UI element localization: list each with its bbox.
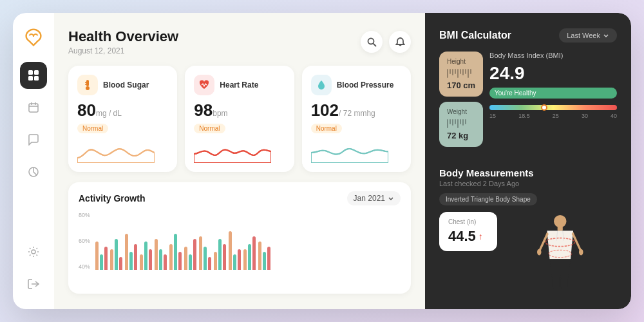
sidebar-item-analytics[interactable] [20, 158, 47, 185]
sidebar-item-calendar[interactable] [20, 94, 47, 121]
svg-rect-22 [561, 279, 568, 289]
heart-rate-card: Heart Rate 98bpm Normal [185, 66, 294, 172]
bmi-status: You're Healthy [489, 88, 617, 99]
svg-point-20 [579, 249, 583, 256]
chart-bar [184, 247, 187, 270]
bmi-title: BMI Calculator [439, 30, 511, 41]
chart-bar [263, 252, 266, 270]
blood-sugar-card: Blood Sugar 80mg / dL Normal [68, 66, 177, 172]
svg-point-19 [537, 249, 542, 256]
svg-rect-0 [28, 70, 33, 75]
bar-group [140, 242, 152, 270]
chest-card: Chest (in) 44.5 ↑ [439, 212, 497, 251]
chart-bar [252, 236, 256, 270]
svg-rect-18 [558, 227, 563, 231]
blood-pressure-wave [311, 140, 388, 163]
svg-point-17 [554, 215, 567, 228]
blood-pressure-icon [311, 75, 332, 95]
chest-trend-icon: ↑ [478, 231, 483, 242]
chart-bar [169, 244, 173, 270]
chart-bar [174, 234, 177, 270]
chart-bar [208, 257, 211, 270]
chart-bar [144, 242, 147, 270]
body-subtitle: Last checked 2 Days Ago [439, 180, 617, 187]
chart-bar [223, 244, 226, 270]
chart-bar [104, 247, 108, 270]
blood-pressure-value: 102/ 72 mmhg [311, 100, 402, 120]
weight-ruler [447, 119, 475, 128]
body-title: Body Measurements [439, 167, 617, 178]
bmi-label: Body Mass Index (BMI) [489, 52, 617, 59]
body-measurements-section: Body Measurements Last checked 2 Days Ag… [439, 167, 617, 296]
weight-value: 72 kg [447, 131, 475, 140]
sidebar-item-logout[interactable] [20, 270, 47, 298]
date-selector[interactable]: Jan 2021 [347, 191, 401, 205]
chart-bar [125, 234, 128, 270]
svg-line-12 [373, 43, 376, 46]
bar-group [199, 236, 211, 270]
chart-bar [189, 254, 192, 270]
bar-group [169, 234, 182, 270]
main-header: Health Overview August 12, 2021 [68, 28, 411, 55]
bmi-section: BMI Calculator Last Week Height [439, 28, 617, 147]
heart-rate-value: 98bpm [194, 100, 285, 120]
chart-bar [233, 254, 236, 270]
activity-title: Activity Growth [79, 193, 145, 204]
blood-pressure-badge: Normal [311, 124, 342, 133]
sidebar-item-chat[interactable] [20, 126, 47, 153]
sidebar-item-settings[interactable] [20, 238, 47, 265]
chart-bar [214, 252, 217, 270]
heart-rate-wave [194, 140, 271, 163]
weight-card: Weight 72 kg [439, 102, 483, 147]
body-figure [504, 212, 617, 296]
week-selector[interactable]: Last Week [559, 28, 617, 43]
bar-group [110, 239, 122, 270]
chart-bar [248, 244, 251, 270]
chart-y-labels: 80% 60% 40% [79, 212, 90, 270]
page-date: August 12, 2021 [68, 46, 178, 55]
blood-sugar-label: Blood Sugar [103, 80, 149, 90]
chart-bar [134, 244, 137, 270]
blood-pressure-card: Blood Pressure 102/ 72 mmhg Normal [302, 66, 411, 172]
sidebar-item-dashboard[interactable] [20, 62, 47, 89]
chest-label: Chest (in) [448, 218, 488, 225]
chest-value: 44.5 ↑ [448, 228, 488, 245]
page-title: Health Overview [68, 28, 178, 45]
chart-bar [218, 239, 222, 270]
chart-bar [95, 242, 99, 270]
bar-group [95, 242, 108, 270]
chart-bar [164, 254, 167, 270]
bmi-value-section: Body Mass Index (BMI) 24.9 You're Health… [489, 52, 617, 147]
svg-rect-13 [86, 80, 89, 86]
bar-group [258, 242, 270, 270]
chart-bar [155, 239, 158, 270]
chart-bar [238, 249, 241, 270]
bmi-number: 24.9 [489, 63, 617, 84]
height-label: Height [447, 58, 475, 65]
chart-bar [159, 249, 162, 270]
body-shape-badge: Inverted Triangle Body Shape [439, 193, 537, 205]
blood-sugar-value: 80mg / dL [77, 100, 168, 120]
chart-bar [267, 247, 270, 270]
bar-group [214, 239, 226, 270]
search-button[interactable] [361, 31, 383, 53]
blood-sugar-icon [77, 75, 98, 95]
blood-pressure-label: Blood Pressure [337, 80, 394, 90]
height-card: Height 170 c [439, 52, 483, 97]
health-cards: Blood Sugar 80mg / dL Normal Heart Rate [68, 66, 411, 172]
chart-bar [258, 242, 261, 270]
chart-bar [140, 254, 143, 270]
chart-bar [193, 239, 196, 270]
weight-label: Weight [447, 108, 475, 115]
activity-chart [93, 212, 273, 270]
chart-bar [204, 247, 207, 270]
bar-group [243, 236, 256, 270]
notification-button[interactable] [389, 31, 411, 53]
chart-bar [115, 239, 118, 270]
chart-bar [149, 249, 152, 270]
svg-rect-2 [28, 76, 33, 80]
right-panel: BMI Calculator Last Week Height [425, 13, 631, 309]
svg-rect-3 [34, 76, 39, 80]
main-panel: Health Overview August 12, 2021 [54, 13, 425, 309]
blood-sugar-badge: Normal [77, 124, 108, 133]
